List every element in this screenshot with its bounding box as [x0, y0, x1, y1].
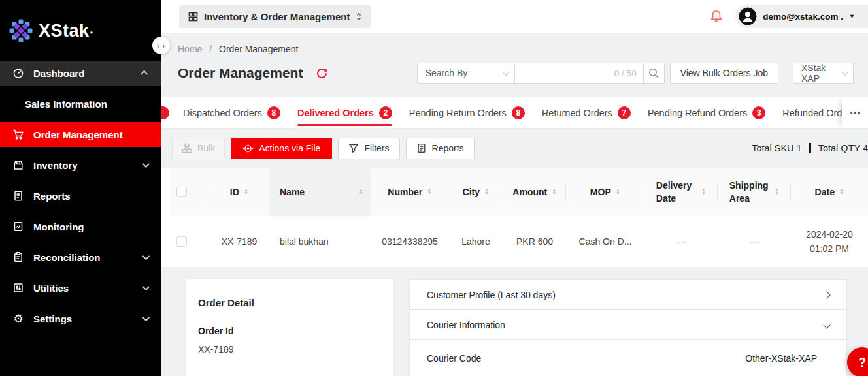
cell-amount: PKR 600	[503, 234, 566, 249]
tab-pending-return-orders[interactable]: Pending Return Orders 8	[409, 97, 525, 128]
tab-pending-refund-orders[interactable]: Pending Refund Orders 3	[648, 97, 765, 128]
table-row[interactable]: XX-7189 bilal bukhari 03124338295 Lahore…	[170, 216, 868, 267]
logo-trademark: ●	[90, 29, 93, 35]
dashboard-gauge-icon	[12, 67, 25, 80]
header-mop[interactable]: MOP▲▼	[566, 168, 644, 216]
order-id-label: Order Id	[198, 326, 381, 336]
row-checkbox[interactable]	[176, 236, 187, 247]
refresh-icon	[316, 67, 328, 80]
sidebar-item-inventory[interactable]: Inventory	[0, 153, 161, 178]
chevron-down-icon	[841, 69, 848, 76]
cell-id: XX-7189	[209, 234, 269, 249]
chevron-up-icon	[141, 70, 148, 78]
header-shipping-area[interactable]: Shipping Area▲▼	[718, 168, 791, 216]
cell-number: 03124338295	[371, 234, 448, 249]
order-detail-title: Order Detail	[198, 297, 381, 308]
chevron-down-icon	[142, 283, 150, 290]
courier-information-content: Courier Code Other-XStak-XAP	[409, 339, 847, 376]
sidebar-item-utilities[interactable]: Utilities	[0, 275, 161, 300]
orders-table: ID▲▼ Name▲▼ Number▲▼ City▲▼ Amount▲▼ MOP…	[161, 168, 868, 267]
funnel-icon	[348, 143, 359, 153]
sidebar-item-monitoring[interactable]: Monitoring	[0, 214, 161, 239]
sidebar-item-sales-information[interactable]: Sales Information	[0, 91, 161, 116]
sort-icon[interactable]: ▲▼	[484, 189, 489, 195]
sidebar-item-reports[interactable]: Reports	[0, 183, 161, 208]
chevron-down-icon	[142, 253, 150, 260]
search-controls: Search By 0 / 50 View Bulk Orders Job	[417, 63, 854, 84]
tab-badge: 2	[379, 106, 392, 119]
order-detail-card: Order Detail Order Id XX-7189	[186, 279, 393, 376]
accordion-courier-information[interactable]: Courier Information	[409, 309, 847, 340]
accordion-customer-profile[interactable]: Customer Profile (Last 30 days)	[409, 279, 847, 310]
document-icon	[12, 189, 25, 202]
tab-dispatched-orders[interactable]: Dispatched Orders 8	[183, 97, 280, 128]
filters-button[interactable]: Filters	[338, 138, 399, 159]
sidebar-item-reconciliation[interactable]: Reconciliation	[0, 245, 161, 270]
sort-icon[interactable]: ▲▼	[359, 189, 363, 195]
order-detail-section: Order Detail Order Id XX-7189 Customer P…	[161, 267, 868, 376]
cart-icon	[12, 128, 25, 141]
logo: XStak●	[0, 0, 161, 51]
tab-badge: 7	[618, 106, 631, 119]
updown-arrows-icon	[356, 12, 362, 22]
search-button[interactable]	[643, 63, 665, 84]
sort-icon[interactable]: ▲▼	[616, 189, 620, 195]
detail-accordion: Customer Profile (Last 30 days) Courier …	[409, 279, 847, 376]
page-title: Order Management	[178, 65, 303, 81]
sort-icon[interactable]: ▲▼	[839, 189, 844, 195]
cell-shipping-area: ---	[718, 234, 791, 249]
header-name[interactable]: Name▲▼	[269, 168, 371, 216]
refresh-button[interactable]	[316, 67, 328, 80]
reports-button[interactable]: Reports	[406, 138, 475, 159]
order-id-value: XX-7189	[198, 344, 381, 354]
sitemap-icon	[182, 143, 192, 153]
search-input[interactable]	[515, 63, 643, 83]
sort-icon[interactable]: ▲▼	[427, 189, 431, 195]
sort-icon[interactable]: ▲▼	[701, 189, 706, 195]
sort-icon[interactable]: ▲▼	[775, 189, 779, 195]
header-delivery-date[interactable]: Delivery Date▲▼	[644, 168, 718, 216]
sidebar-collapse-toggle[interactable]: ‹ ›	[152, 37, 170, 54]
sidebar-item-order-management[interactable]: Order Management	[0, 122, 161, 147]
breadcrumb-home-link[interactable]: Home	[178, 44, 202, 54]
sort-icon[interactable]: ▲▼	[552, 189, 556, 195]
search-by-select[interactable]: Search By	[417, 63, 515, 84]
sort-icon[interactable]: ▲▼	[244, 189, 248, 195]
cell-date: 2024-02-2001:02 PM	[791, 227, 868, 257]
header-checkbox-cell	[170, 168, 209, 216]
logo-text: XStak	[39, 21, 90, 41]
content: Home / Order Management Order Management…	[161, 33, 868, 376]
file-icon	[416, 143, 427, 153]
sidebar-item-dashboard[interactable]: Dashboard	[0, 61, 161, 86]
cell-delivery-date: ---	[644, 234, 718, 249]
tabs-overflow-button[interactable]: ⋯	[842, 97, 868, 128]
user-email: demo@xstak.com .	[763, 12, 843, 22]
store-icon	[12, 159, 25, 172]
app-switcher-button[interactable]: Inventory & Order Management	[179, 5, 371, 28]
app-switcher-label: Inventory & Order Management	[204, 11, 350, 22]
header-city[interactable]: City▲▼	[448, 168, 503, 216]
cell-mop: Cash On D...	[566, 234, 644, 249]
header-id[interactable]: ID▲▼	[209, 168, 269, 216]
clipboard-icon	[12, 251, 25, 264]
table-header-row: ID▲▼ Name▲▼ Number▲▼ City▲▼ Amount▲▼ MOP…	[170, 168, 868, 216]
user-menu-button[interactable]: demo@xstak.com . ▼	[735, 5, 868, 28]
channel-select[interactable]: XStak XAP	[793, 63, 854, 84]
bulk-button[interactable]: Bulk	[172, 138, 225, 159]
row-checkbox-cell	[170, 236, 209, 247]
header-amount[interactable]: Amount▲▼	[503, 168, 566, 216]
tab-returned-orders[interactable]: Returned Orders 7	[542, 97, 631, 128]
view-bulk-orders-job-button[interactable]: View Bulk Orders Job	[670, 63, 778, 84]
notifications-bell-button[interactable]	[709, 9, 724, 24]
header-date[interactable]: Date▲▼	[791, 168, 868, 216]
breadcrumb: Home / Order Management	[161, 33, 868, 57]
header-number[interactable]: Number▲▼	[371, 168, 448, 216]
sidebar-item-settings[interactable]: ⚙ Settings	[0, 306, 161, 331]
totals-summary: Total SKU 1 Total QTY 4	[752, 143, 868, 153]
totals-divider	[809, 143, 811, 153]
actions-via-file-button[interactable]: Actions via File	[231, 138, 332, 159]
topbar: Inventory & Order Management	[161, 0, 868, 33]
select-all-checkbox[interactable]	[176, 187, 187, 197]
cell-city: Lahore	[448, 234, 503, 249]
tab-delivered-orders[interactable]: Delivered Orders 2	[297, 97, 392, 128]
